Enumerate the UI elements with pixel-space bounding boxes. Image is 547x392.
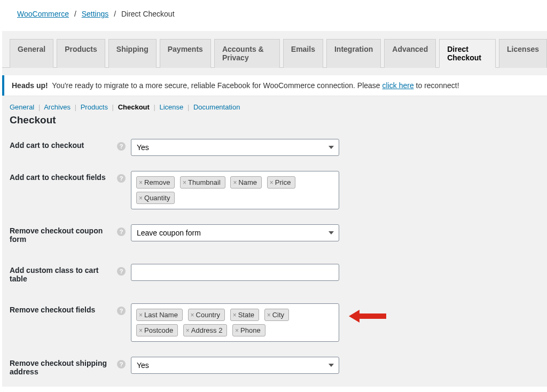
subnav-license[interactable]: License	[160, 103, 184, 111]
settings-form: Add cart to checkout ? Yes Add cart to c…	[2, 129, 547, 387]
migration-notice: Heads up! You're ready to migrate to a m…	[2, 75, 547, 96]
svg-marker-0	[349, 310, 386, 323]
breadcrumb-woocommerce[interactable]: WooCommerce	[17, 10, 69, 18]
notice-bold: Heads up!	[12, 81, 48, 90]
tab-accounts-privacy[interactable]: Accounts & Privacy	[214, 39, 280, 68]
tag-address-2[interactable]: ×Address 2	[183, 324, 228, 336]
tab-shipping[interactable]: Shipping	[108, 39, 157, 68]
close-icon[interactable]: ×	[139, 311, 143, 319]
help-icon[interactable]: ?	[117, 142, 126, 151]
subnav-products[interactable]: Products	[81, 103, 108, 111]
section-subnav: General | Archives | Products | Checkout…	[2, 96, 547, 113]
subnav-general[interactable]: General	[10, 103, 34, 111]
label-remove-checkout-fields: Remove checkout fields	[2, 294, 117, 347]
subnav-checkout: Checkout	[118, 103, 150, 111]
breadcrumb-separator: /	[71, 10, 80, 18]
help-icon[interactable]: ?	[117, 307, 126, 315]
select-add-cart-checkout[interactable]: Yes	[131, 139, 339, 156]
notice-link[interactable]: click here	[382, 81, 414, 90]
close-icon[interactable]: ×	[233, 179, 237, 186]
page-title: Checkout	[2, 113, 547, 129]
tag-phone[interactable]: ×Phone	[232, 324, 265, 336]
arrow-annotation-icon	[349, 305, 392, 327]
help-icon[interactable]: ?	[117, 267, 126, 276]
tag-country[interactable]: ×Country	[188, 309, 225, 321]
close-icon[interactable]: ×	[267, 311, 271, 319]
input-custom-class[interactable]	[131, 264, 339, 281]
breadcrumb: WooCommerce / Settings / Direct Checkout	[0, 0, 547, 22]
tab-integration[interactable]: Integration	[326, 39, 381, 68]
close-icon[interactable]: ×	[139, 179, 143, 186]
close-icon[interactable]: ×	[139, 194, 143, 202]
help-icon[interactable]: ?	[117, 174, 126, 183]
tab-products[interactable]: Products	[57, 39, 105, 68]
subnav-archives[interactable]: Archives	[44, 103, 71, 111]
notice-text2: to reconnect!	[414, 81, 459, 90]
tag-name[interactable]: ×Name	[230, 176, 262, 189]
breadcrumb-current: Direct Checkout	[121, 10, 175, 18]
label-custom-class: Add custom class to cart table	[2, 254, 117, 294]
tab-advanced[interactable]: Advanced	[384, 39, 436, 68]
tag-thumbnail[interactable]: ×Thumbnail	[180, 176, 225, 189]
tab-direct-checkout[interactable]: Direct Checkout	[439, 39, 496, 68]
tag-quantity[interactable]: ×Quantity	[136, 192, 175, 204]
subnav-documentation[interactable]: Documentation	[193, 103, 240, 111]
tab-licenses[interactable]: Licenses	[499, 39, 547, 68]
breadcrumb-settings[interactable]: Settings	[82, 10, 109, 18]
multiselect-add-cart-fields[interactable]: ×Remove ×Thumbnail ×Name ×Price ×Quantit…	[131, 171, 339, 209]
tag-postcode[interactable]: ×Postcode	[136, 324, 178, 336]
close-icon[interactable]: ×	[235, 327, 239, 334]
breadcrumb-separator: /	[111, 10, 119, 18]
select-remove-coupon[interactable]: Leave coupon form	[131, 224, 339, 241]
close-icon[interactable]: ×	[139, 327, 143, 334]
help-icon[interactable]: ?	[117, 360, 126, 369]
tag-city[interactable]: ×City	[264, 309, 289, 321]
select-remove-shipping[interactable]: Yes	[131, 357, 339, 374]
label-add-cart-fields: Add cart to checkout fields	[2, 161, 117, 215]
multiselect-remove-checkout-fields[interactable]: ×Last Name ×Country ×State ×City ×Postco…	[131, 303, 339, 342]
close-icon[interactable]: ×	[270, 179, 274, 186]
label-remove-shipping: Remove checkout shipping address	[2, 347, 117, 387]
close-icon[interactable]: ×	[191, 311, 194, 319]
settings-tabs: General Products Shipping Payments Accou…	[2, 31, 547, 68]
notice-text1: You're ready to migrate to a more secure…	[50, 81, 382, 90]
help-icon[interactable]: ?	[117, 228, 126, 236]
close-icon[interactable]: ×	[183, 179, 186, 186]
label-add-cart-checkout: Add cart to checkout	[2, 129, 117, 161]
tab-emails[interactable]: Emails	[283, 39, 323, 68]
tag-last-name[interactable]: ×Last Name	[136, 309, 183, 321]
label-remove-coupon: Remove checkout coupon form	[2, 215, 117, 254]
close-icon[interactable]: ×	[186, 327, 190, 334]
tag-remove[interactable]: ×Remove	[136, 176, 175, 189]
tab-general[interactable]: General	[10, 39, 53, 68]
tab-payments[interactable]: Payments	[160, 39, 211, 68]
tag-state[interactable]: ×State	[230, 309, 259, 321]
tag-price[interactable]: ×Price	[267, 176, 296, 189]
close-icon[interactable]: ×	[233, 311, 237, 319]
